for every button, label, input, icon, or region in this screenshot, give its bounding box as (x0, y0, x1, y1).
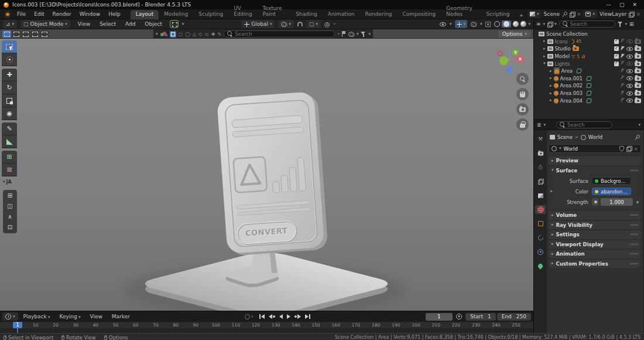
strength-slider[interactable]: 1.000 (601, 198, 633, 206)
panel-preview[interactable]: ▸ Preview (549, 157, 641, 165)
tab-view-layer[interactable] (535, 177, 546, 186)
render-camera-icon[interactable] (635, 54, 641, 59)
render-camera-icon[interactable] (635, 98, 641, 103)
jump-to-end-button[interactable] (304, 314, 311, 319)
tab-physics[interactable] (535, 247, 546, 256)
tab-object-data[interactable] (535, 261, 546, 270)
add-workspace-button[interactable]: + (515, 11, 527, 19)
hide-eye-icon[interactable] (626, 69, 633, 73)
select-mode-subtract[interactable] (21, 30, 30, 38)
panel-viewport-display[interactable]: ▸ Viewport Display === (549, 240, 641, 249)
chevron-down-icon[interactable]: ▾ (357, 32, 359, 36)
panel-custom-properties[interactable]: ▸ Custom Properties === (549, 260, 641, 268)
falloff-dropdown-icon[interactable]: ▾ (334, 22, 336, 26)
chevron-right-icon[interactable]: ▸ (550, 76, 552, 80)
mesh-filter-icon[interactable]: ▢ (179, 32, 183, 37)
hide-eye-icon[interactable] (626, 47, 633, 51)
outliner-row-area-001[interactable]: ▸Area.001 (534, 75, 643, 83)
hide-eye-icon[interactable] (626, 55, 633, 59)
annotation-filter-icon[interactable]: ✎ (218, 32, 222, 37)
tab-world[interactable] (535, 205, 546, 214)
tool-cursor[interactable] (2, 53, 17, 66)
selectable-icon[interactable] (621, 54, 625, 59)
display-mode-icon[interactable] (348, 32, 354, 36)
tab-object[interactable] (535, 219, 546, 228)
pin-icon[interactable] (562, 12, 567, 17)
chevron-down-icon[interactable]: ▾ (554, 22, 557, 26)
chevron-down-icon[interactable]: ▾ (182, 22, 184, 26)
scene-name[interactable]: Scene (543, 11, 559, 17)
play-button[interactable] (286, 314, 292, 319)
tool-select-box[interactable] (2, 40, 17, 53)
outliner-row-icons[interactable]: ▸Icons45 (534, 38, 643, 46)
tab-geometry-nodes[interactable]: Geometry Nodes (441, 4, 481, 19)
tab-output[interactable]: ⎙ (535, 163, 546, 172)
frame-end-field[interactable]: End 250 (497, 313, 531, 321)
navigation-gizmo[interactable]: Y X (497, 49, 523, 75)
collection-checkbox[interactable] (614, 39, 619, 44)
viewport-menu-select[interactable]: Select (95, 20, 120, 28)
empty-filter-icon[interactable]: ▭ (204, 32, 209, 37)
timeline-ruler[interactable]: 1 10203040506070809010011012013014015016… (0, 322, 533, 333)
chevron-right-icon[interactable]: ▸ (543, 47, 546, 51)
tab-constraints[interactable] (535, 233, 546, 242)
search-input[interactable] (235, 31, 331, 37)
hide-eye-icon[interactable] (626, 76, 633, 80)
select-mode-invert[interactable] (30, 30, 39, 38)
render-camera-icon[interactable] (635, 46, 641, 51)
active-filter-icon[interactable] (170, 31, 176, 38)
zoom-button[interactable] (516, 73, 529, 85)
hide-eye-icon[interactable] (626, 62, 633, 66)
chevron-down-icon[interactable]: ▾ (450, 22, 452, 26)
visibility-toggle-icon[interactable] (440, 22, 446, 26)
tool-measure[interactable] (2, 135, 17, 148)
render-camera-icon[interactable] (635, 76, 641, 81)
play-reverse-button[interactable] (278, 314, 284, 319)
snap-target-selector[interactable]: ▢ ▾ (306, 20, 321, 28)
new-scene-icon[interactable] (570, 12, 574, 17)
current-frame-field[interactable]: 1 (426, 313, 453, 321)
blender-menu-icon[interactable] (5, 11, 11, 18)
remove-viewlayer-icon[interactable]: × (636, 11, 640, 17)
select-mode-extend[interactable] (12, 30, 20, 38)
chevron-down-icon[interactable]: ▾ (625, 22, 628, 26)
xray-toggle-icon[interactable] (485, 22, 491, 27)
tab-modeling[interactable]: Modeling (159, 10, 193, 19)
tab-scene[interactable] (535, 191, 546, 200)
axis-y-handle[interactable]: Y (512, 49, 519, 56)
wireframe-shading-icon[interactable] (494, 21, 500, 27)
hide-eye-icon[interactable] (626, 39, 633, 43)
selectable-icon[interactable] (621, 61, 625, 66)
outliner-row-scene-collection[interactable]: Scene Collection (534, 30, 643, 38)
surface-shader-button[interactable]: Background (592, 177, 631, 185)
panel-volume[interactable]: ▸ Volume === (549, 211, 641, 220)
new-collection-icon[interactable]: ⊞ (629, 21, 634, 27)
prev-keyframe-button[interactable] (268, 314, 276, 319)
chevron-down-icon[interactable]: ▾ (156, 32, 158, 36)
selectable-icon[interactable] (621, 98, 625, 103)
camera-view-button[interactable] (516, 103, 529, 115)
outliner-row-area-004[interactable]: ▸Area.004 (534, 97, 643, 104)
drag-handle-icon[interactable]: === (629, 261, 638, 266)
transform-orientation[interactable]: Global ▾ (241, 20, 275, 28)
chevron-right-icon[interactable]: ▸ (543, 39, 546, 43)
pan-button[interactable] (516, 88, 529, 100)
pin-icon[interactable] (635, 135, 640, 140)
tab-compositing[interactable]: Compositing (398, 10, 441, 19)
current-frame-marker[interactable]: 1 (13, 322, 22, 328)
menu-edit[interactable]: Edit (30, 10, 48, 18)
tab-render[interactable] (535, 149, 546, 158)
tool-transform[interactable]: ◉ (2, 107, 17, 120)
breadcrumb-world[interactable]: World (588, 134, 602, 140)
collection-colors-icon[interactable] (160, 32, 167, 37)
drag-handle-icon[interactable]: === (629, 232, 638, 237)
axis-z-handle[interactable] (506, 67, 513, 73)
selectable-icon[interactable] (621, 83, 625, 89)
strength-input-icon[interactable] (592, 198, 599, 206)
cube-icon[interactable]: ⊡ (8, 223, 12, 232)
select-mode-intersect[interactable] (40, 30, 49, 38)
timeline-track[interactable] (0, 328, 533, 333)
light-filter-icon[interactable]: △ (193, 32, 196, 37)
active-tool-chip[interactable] (170, 20, 179, 28)
timeline-menu-view[interactable]: View (85, 312, 106, 321)
